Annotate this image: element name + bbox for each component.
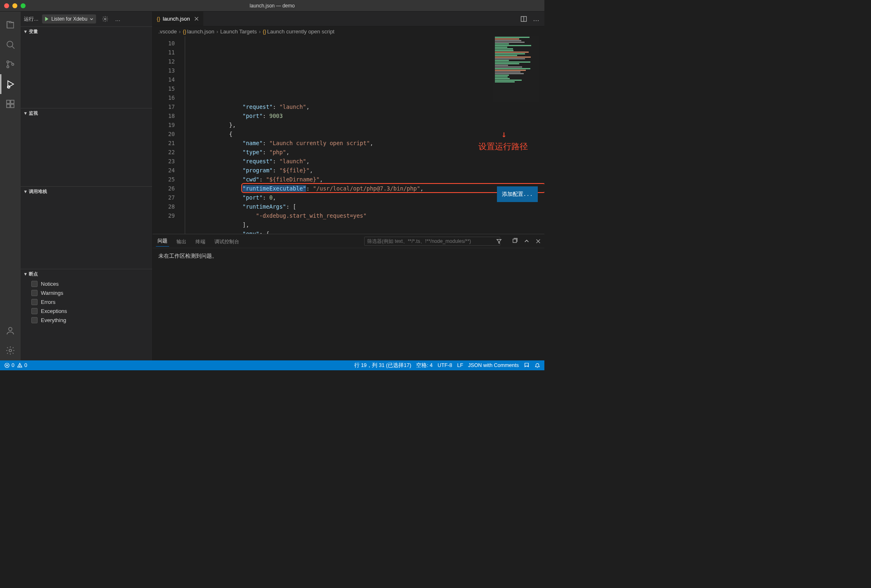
run-debug-icon[interactable] — [0, 74, 20, 94]
code-line[interactable]: "runtimeArgs": [ — [189, 202, 544, 211]
open-launch-json-icon[interactable] — [102, 16, 108, 22]
svg-point-0 — [7, 41, 13, 47]
status-bar: 0 0 行 19，列 31 (已选择17) 空格: 4 UTF-8 LF JSO… — [0, 360, 544, 370]
extensions-icon[interactable] — [0, 94, 20, 114]
window-controls — [4, 3, 26, 8]
checkbox[interactable] — [31, 299, 38, 305]
chevron-down-icon — [89, 17, 94, 21]
bell-icon[interactable] — [534, 362, 540, 368]
folding-indicator — [182, 36, 189, 234]
checkbox[interactable] — [31, 317, 38, 323]
code-line[interactable]: "port": 9003 — [189, 111, 544, 120]
callstack-section: ▾ 调用堆栈 — [21, 186, 152, 269]
filter-icon[interactable] — [496, 238, 502, 244]
bottom-panel: 问题 输出 终端 调试控制台 未在工作区检测到问题。 — [153, 234, 544, 360]
breadcrumb[interactable]: .vscode › {} launch.json › Launch Target… — [153, 26, 544, 36]
minimap[interactable] — [493, 36, 539, 102]
breakpoint-errors[interactable]: Errors — [21, 297, 152, 306]
variables-header[interactable]: ▾ 变量 — [21, 27, 152, 36]
panel-tabs: 问题 输出 终端 调试控制台 — [153, 234, 544, 248]
code-line[interactable]: "env": { — [189, 229, 544, 234]
status-errors[interactable]: 0 — [4, 362, 14, 368]
code-line[interactable]: "port": 0, — [189, 193, 544, 202]
bc-item[interactable]: launch.json — [187, 28, 214, 35]
problems-filter-input[interactable] — [364, 237, 500, 246]
breakpoint-label: Everything — [41, 317, 66, 323]
breakpoint-label: Errors — [41, 299, 55, 305]
minimize-window[interactable] — [12, 3, 17, 8]
code-line[interactable]: "request": "launch", — [189, 102, 544, 111]
status-cursor[interactable]: 行 19，列 31 (已选择17) — [354, 362, 411, 369]
collapse-all-icon[interactable] — [512, 238, 518, 244]
start-debug-icon[interactable] — [44, 16, 49, 22]
breakpoints-section: ▾ 断点 NoticesWarningsErrorsExceptionsEver… — [21, 269, 152, 360]
sidebar: 运行… Listen for Xdebu … ▾ 变量 — [21, 12, 153, 360]
more-actions-icon[interactable]: … — [113, 16, 122, 22]
breakpoint-everything[interactable]: Everything — [21, 315, 152, 325]
editor-area: {} launch.json … .vscode › {} launch.jso… — [153, 12, 544, 360]
zoom-window[interactable] — [21, 3, 26, 8]
titlebar: launch.json — demo — [0, 0, 544, 12]
breakpoint-warnings[interactable]: Warnings — [21, 288, 152, 297]
json-icon: {} — [263, 28, 266, 35]
callstack-header[interactable]: ▾ 调用堆栈 — [21, 187, 152, 196]
search-icon[interactable] — [0, 35, 20, 54]
bc-item[interactable]: .vscode — [158, 28, 177, 35]
code-line[interactable]: "program": "${file}", — [189, 166, 544, 175]
svg-rect-19 — [513, 239, 516, 242]
close-panel-icon[interactable] — [535, 238, 541, 244]
svg-point-2 — [7, 61, 9, 63]
checkbox[interactable] — [31, 290, 38, 296]
scm-icon[interactable] — [0, 54, 20, 74]
tab-output[interactable]: 输出 — [175, 237, 188, 245]
checkbox[interactable] — [31, 308, 38, 314]
window-title: launch.json — demo — [250, 3, 294, 9]
accounts-icon[interactable] — [0, 321, 20, 341]
tab-launch-json[interactable]: {} launch.json — [153, 12, 204, 26]
breakpoint-exceptions[interactable]: Exceptions — [21, 306, 152, 315]
status-warnings[interactable]: 0 — [17, 362, 27, 368]
editor[interactable]: 1011121314151617181920212223242526272829… — [153, 36, 544, 234]
explorer-icon[interactable] — [0, 15, 20, 35]
bc-item[interactable]: Launch Targets — [220, 28, 257, 35]
more-tab-actions-icon[interactable]: … — [533, 15, 539, 23]
status-eol[interactable]: LF — [457, 362, 463, 368]
code-line[interactable]: "-dxdebug.start_with_request=yes" — [189, 211, 544, 220]
svg-point-4 — [12, 64, 14, 66]
code-line[interactable]: "cwd": "${fileDirname}", — [189, 175, 544, 184]
line-numbers: 1011121314151617181920212223242526272829 — [153, 36, 182, 234]
svg-point-26 — [19, 366, 20, 367]
status-language[interactable]: JSON with Comments — [468, 362, 519, 368]
checkbox[interactable] — [31, 281, 38, 287]
svg-marker-13 — [45, 17, 48, 21]
chevron-up-icon[interactable] — [524, 238, 530, 244]
svg-point-3 — [7, 66, 9, 68]
code-line[interactable]: }, — [189, 120, 544, 129]
status-encoding[interactable]: UTF-8 — [438, 362, 452, 368]
close-window[interactable] — [4, 3, 9, 8]
code-line[interactable]: ], — [189, 220, 544, 229]
run-config-select[interactable]: Listen for Xdebu — [42, 14, 96, 24]
code-line[interactable]: "request": "launch", — [189, 157, 544, 166]
split-editor-icon[interactable] — [520, 16, 527, 22]
settings-gear-icon[interactable] — [0, 341, 20, 360]
add-config-button[interactable]: 添加配置... — [497, 186, 538, 202]
close-tab-icon[interactable] — [194, 16, 199, 21]
svg-rect-7 — [7, 100, 10, 103]
breakpoints-header[interactable]: ▾ 断点 — [21, 269, 152, 278]
run-label: 运行… — [24, 16, 39, 22]
tab-terminal[interactable]: 终端 — [194, 237, 207, 245]
status-spaces[interactable]: 空格: 4 — [416, 362, 433, 369]
tab-debug-console[interactable]: 调试控制台 — [213, 237, 241, 245]
feedback-icon[interactable] — [524, 362, 530, 368]
breakpoint-notices[interactable]: Notices — [21, 279, 152, 288]
chevron-down-icon: ▾ — [22, 111, 29, 116]
bc-item[interactable]: Launch currently open script — [267, 28, 334, 35]
problems-message: 未在工作区检测到问题。 — [153, 248, 544, 360]
watch-title: 监视 — [29, 110, 38, 116]
code-line[interactable]: { — [189, 129, 544, 139]
tab-problems[interactable]: 问题 — [156, 236, 169, 247]
watch-header[interactable]: ▾ 监视 — [21, 108, 152, 118]
annotation-text: 设置运行路径 — [478, 142, 528, 151]
variables-section: ▾ 变量 — [21, 26, 152, 108]
